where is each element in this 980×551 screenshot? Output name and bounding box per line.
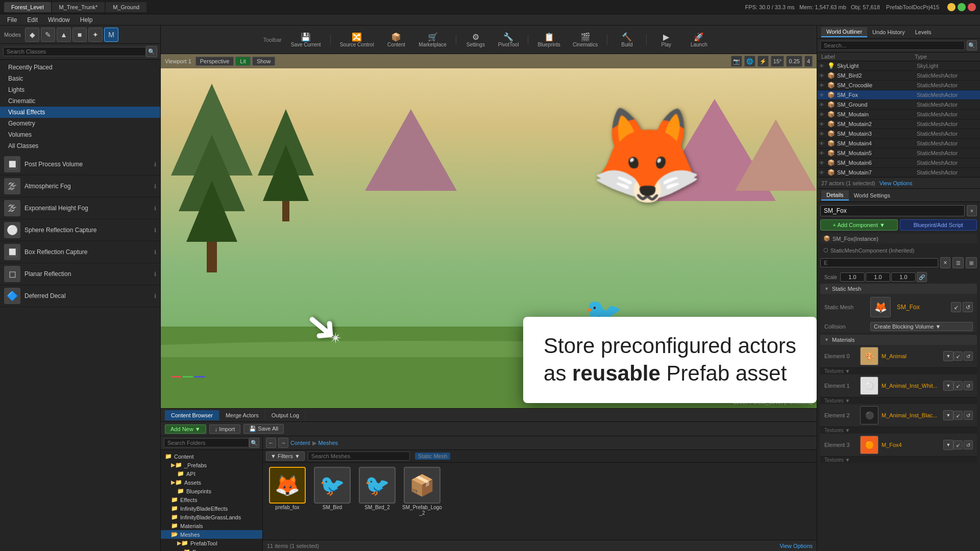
place-sphere-reflection[interactable]: ⚪ Sphere Reflection Capture ℹ bbox=[0, 219, 160, 241]
nav-back-btn[interactable]: ← bbox=[266, 438, 276, 448]
toolbar-settings[interactable]: ⚙ Settings bbox=[460, 31, 491, 48]
tab-tree-trunk[interactable]: M_Tree_Trunk* bbox=[52, 2, 105, 12]
deferred-decal-info[interactable]: ℹ bbox=[154, 293, 156, 299]
menu-window[interactable]: Window bbox=[43, 15, 75, 24]
materials-header[interactable]: Materials bbox=[820, 335, 977, 345]
cat-basic[interactable]: Basic bbox=[0, 73, 160, 84]
outliner-search-btn[interactable]: 🔍 bbox=[967, 40, 977, 51]
add-new-button[interactable]: Add New ▼ bbox=[165, 424, 206, 434]
outliner-item-moutain7[interactable]: 👁 📦 SM_Moutain7 StaticMeshActor bbox=[817, 168, 980, 177]
place-exp-height-fog[interactable]: 🌫 Exponential Height Fog ℹ bbox=[0, 197, 160, 219]
menu-file[interactable]: File bbox=[2, 15, 22, 24]
outliner-item-moutain2[interactable]: 👁 📦 SM_Moutain2 StaticMeshActor bbox=[817, 119, 980, 129]
asset-sm-prefab-logo[interactable]: 📦 SM_Prefab_Logo_2 bbox=[402, 467, 443, 516]
search-meshes-input[interactable] bbox=[308, 452, 410, 461]
viewport-lit-btn[interactable]: Lit bbox=[235, 57, 251, 66]
mat-0-dropdown[interactable]: ▼ bbox=[943, 351, 953, 361]
outliner-item-moutain4[interactable]: 👁 📦 SM_Moutain4 StaticMeshActor bbox=[817, 139, 980, 148]
static-mesh-header[interactable]: Static Mesh bbox=[820, 284, 977, 294]
cat-lights[interactable]: Lights bbox=[0, 84, 160, 95]
tab-output-log[interactable]: Output Log bbox=[265, 410, 306, 420]
view-options-btn[interactable]: View Options bbox=[779, 543, 813, 549]
folder-infinity-effects[interactable]: 📁InfinityBladeEffects bbox=[161, 504, 262, 513]
mode-btn-1[interactable]: ◆ bbox=[25, 28, 39, 42]
mat-1-clear-btn[interactable]: ↺ bbox=[964, 381, 973, 390]
add-component-button[interactable]: + Add Component ▼ bbox=[820, 219, 898, 231]
breadcrumb-meshes[interactable]: Meshes bbox=[318, 440, 338, 446]
minimize-button[interactable] bbox=[947, 3, 955, 11]
folder-prefabs[interactable]: ▶📁_Prefabs bbox=[161, 461, 262, 469]
details-filter-btn[interactable]: ☰ bbox=[952, 257, 964, 268]
actor-name-input[interactable] bbox=[820, 205, 965, 216]
mode-btn-3[interactable]: ▲ bbox=[57, 28, 71, 42]
folder-search-button[interactable]: 🔍 bbox=[249, 438, 259, 448]
menu-help[interactable]: Help bbox=[75, 15, 98, 24]
search-classes-input[interactable] bbox=[3, 47, 146, 56]
viewport-ctrl-scale[interactable]: 0.25 bbox=[786, 56, 802, 67]
save-all-button[interactable]: 💾 Save All bbox=[243, 424, 284, 434]
planar-reflection-info[interactable]: ℹ bbox=[154, 271, 156, 278]
mesh-refresh-btn[interactable]: ↺ bbox=[963, 302, 973, 312]
viewport-ctrl-grid[interactable]: 15° bbox=[771, 56, 785, 67]
atmospheric-fog-info[interactable]: ℹ bbox=[154, 183, 156, 190]
place-planar-reflection[interactable]: ◻ Planar Reflection ℹ bbox=[0, 263, 160, 285]
viewport-perspective-btn[interactable]: Perspective bbox=[195, 57, 234, 66]
toolbar-cinematics[interactable]: 🎬 Cinematics bbox=[568, 31, 603, 48]
outliner-search-input[interactable] bbox=[820, 41, 965, 50]
mat-2-clear-btn[interactable]: ↺ bbox=[964, 411, 973, 420]
toolbar-pivot-tool[interactable]: 🔧 PivotTool bbox=[493, 31, 524, 48]
details-search-input[interactable] bbox=[820, 258, 938, 267]
actor-search-btn[interactable]: × bbox=[967, 205, 977, 216]
folder-props[interactable]: 📁Props bbox=[161, 547, 262, 551]
sphere-reflection-info[interactable]: ℹ bbox=[154, 227, 156, 234]
outliner-item-fox[interactable]: 👁 📦 SM_Fox StaticMeshActor bbox=[817, 90, 980, 100]
outliner-item-moutain6[interactable]: 👁 📦 SM_Moutain6 StaticMeshActor bbox=[817, 158, 980, 168]
folder-api[interactable]: 📁API bbox=[161, 469, 262, 478]
mode-btn-4[interactable]: ■ bbox=[72, 28, 87, 42]
asset-sm-bird[interactable]: 🐦 SM_Bird bbox=[312, 467, 353, 516]
toolbar-content[interactable]: 📦 Content bbox=[381, 31, 411, 48]
tab-world-outliner[interactable]: World Outliner bbox=[821, 27, 867, 37]
asset-prefab-fox[interactable]: 🦊 prefab_fox bbox=[267, 467, 308, 516]
mat-3-browse-btn[interactable]: ↙ bbox=[953, 440, 963, 449]
toolbar-marketplace[interactable]: 🛒 Marketplace bbox=[413, 31, 451, 48]
folder-content[interactable]: 📁Content bbox=[161, 452, 262, 461]
outliner-item-moutain[interactable]: 👁 📦 SM_Moutain StaticMeshActor bbox=[817, 110, 980, 119]
folder-blueprints[interactable]: 📁Blueprints bbox=[161, 487, 262, 495]
mat-2-browse-btn[interactable]: ↙ bbox=[953, 411, 963, 420]
lock-scale-btn[interactable]: 🔗 bbox=[917, 272, 927, 282]
mesh-browse-btn[interactable]: ↙ bbox=[951, 302, 961, 312]
maximize-button[interactable] bbox=[958, 3, 966, 11]
view-options-link[interactable]: View Options bbox=[879, 180, 913, 186]
scale-z-input[interactable] bbox=[891, 272, 916, 282]
viewport-ctrl-1[interactable]: 📷 bbox=[731, 56, 742, 67]
folder-prefabtool[interactable]: ▶📁PrefabTool bbox=[161, 539, 262, 547]
cat-volumes[interactable]: Volumes bbox=[0, 129, 160, 140]
mode-btn-2[interactable]: ✎ bbox=[41, 28, 55, 42]
breadcrumb-content[interactable]: Content bbox=[290, 440, 310, 446]
viewport-ctrl-num[interactable]: 4 bbox=[804, 56, 813, 67]
toolbar-source-control[interactable]: 🔀 Source Control bbox=[335, 31, 379, 48]
toolbar-save[interactable]: 💾 Save Current bbox=[286, 31, 326, 48]
tab-merge-actors[interactable]: Merge Actors bbox=[219, 410, 265, 420]
tab-content-browser[interactable]: Content Browser bbox=[165, 410, 219, 420]
mat-3-clear-btn[interactable]: ↺ bbox=[964, 440, 973, 449]
folder-effects[interactable]: 📁Effects bbox=[161, 495, 262, 504]
scale-x-input[interactable] bbox=[840, 272, 865, 282]
tab-details[interactable]: Details bbox=[821, 190, 849, 201]
collision-dropdown-btn[interactable]: Create Blocking Volume ▼ bbox=[870, 322, 973, 331]
outliner-item-bird2[interactable]: 👁 📦 SM_Bird2 StaticMeshActor bbox=[817, 71, 980, 81]
viewport[interactable]: Viewport 1 Perspective Lit Show 📷 🌐 ⚡ 15… bbox=[161, 54, 817, 408]
cat-recently-placed[interactable]: Recently Placed bbox=[0, 62, 160, 73]
import-button[interactable]: ↓ Import bbox=[209, 424, 241, 434]
post-process-info[interactable]: ℹ bbox=[154, 161, 156, 168]
folder-infinity-grass[interactable]: 📁InfinityBladeGrassLands bbox=[161, 513, 262, 521]
viewport-ctrl-2[interactable]: 🌐 bbox=[744, 56, 755, 67]
mat-1-browse-btn[interactable]: ↙ bbox=[953, 381, 963, 390]
mat-0-clear-btn[interactable]: ↺ bbox=[964, 352, 973, 361]
details-search-clear[interactable]: × bbox=[940, 257, 950, 268]
toolbar-launch[interactable]: 🚀 Launch bbox=[683, 31, 714, 48]
mode-btn-m[interactable]: M bbox=[104, 28, 118, 42]
scale-y-input[interactable] bbox=[866, 272, 890, 282]
tab-undo-history[interactable]: Undo History bbox=[867, 28, 910, 37]
